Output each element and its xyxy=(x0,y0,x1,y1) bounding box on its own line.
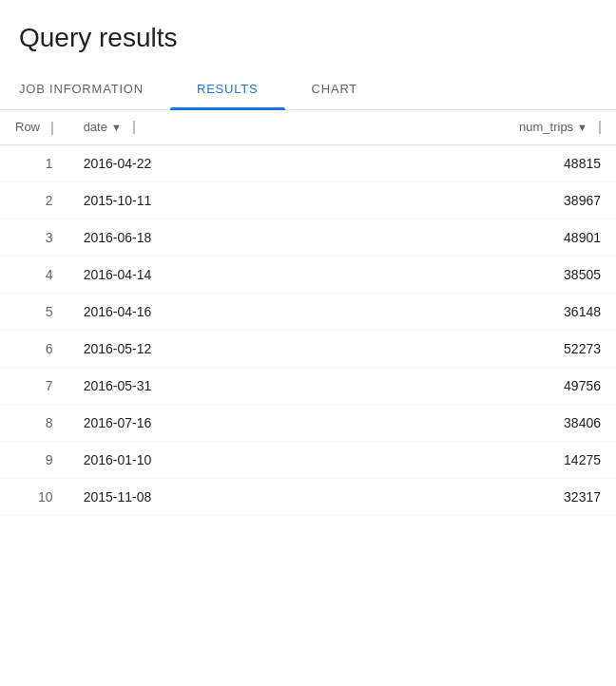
cell-num-trips: 14275 xyxy=(342,441,616,478)
cell-num-trips: 48901 xyxy=(342,219,616,256)
table-row: 102015-11-0832317 xyxy=(0,478,616,515)
table-row: 82016-07-1638406 xyxy=(0,404,616,441)
tabs-bar: JOB INFORMATION RESULTS CHART xyxy=(0,68,616,110)
cell-row-number: 8 xyxy=(0,404,68,441)
cell-row-number: 3 xyxy=(0,219,68,256)
cell-row-number: 9 xyxy=(0,441,68,478)
col-header-num-trips[interactable]: num_trips ▼ xyxy=(342,110,616,144)
table-row: 12016-04-2248815 xyxy=(0,144,616,181)
cell-num-trips: 38406 xyxy=(342,404,616,441)
tab-chart[interactable]: CHART xyxy=(285,68,385,109)
cell-num-trips: 48815 xyxy=(342,144,616,181)
table-row: 72016-05-3149756 xyxy=(0,367,616,404)
cell-row-number: 10 xyxy=(0,478,68,515)
cell-date: 2016-04-14 xyxy=(68,256,342,293)
table-row: 62016-05-1252273 xyxy=(0,330,616,367)
cell-date: 2016-06-18 xyxy=(68,219,342,256)
col-header-row: Row xyxy=(0,110,68,144)
results-table: Row date ▼ num_trips ▼ xyxy=(0,110,616,516)
table-header-row: Row date ▼ num_trips ▼ xyxy=(0,110,616,144)
cell-num-trips: 38967 xyxy=(342,181,616,219)
page-title: Query results xyxy=(0,0,616,68)
table-row: 32016-06-1848901 xyxy=(0,219,616,256)
cell-num-trips: 36148 xyxy=(342,293,616,330)
resize-handle-row[interactable] xyxy=(51,122,53,135)
cell-date: 2016-07-16 xyxy=(68,404,342,441)
table-body: 12016-04-224881522015-10-113896732016-06… xyxy=(0,144,616,515)
cell-row-number: 7 xyxy=(0,367,68,404)
col-header-date[interactable]: date ▼ xyxy=(68,110,342,144)
cell-date: 2016-05-31 xyxy=(68,367,342,404)
tab-results[interactable]: RESULTS xyxy=(170,68,285,109)
cell-num-trips: 38505 xyxy=(342,256,616,293)
results-table-wrapper: Row date ▼ num_trips ▼ xyxy=(0,110,616,516)
sort-icon-date: ▼ xyxy=(111,122,122,133)
cell-num-trips: 32317 xyxy=(342,478,616,515)
cell-date: 2016-04-22 xyxy=(68,144,342,181)
cell-date: 2016-05-12 xyxy=(68,330,342,367)
table-row: 52016-04-1636148 xyxy=(0,293,616,330)
resize-handle-num-trips[interactable] xyxy=(599,121,601,134)
cell-num-trips: 52273 xyxy=(342,330,616,367)
cell-row-number: 1 xyxy=(0,144,68,181)
sort-icon-num-trips: ▼ xyxy=(577,122,587,133)
table-row: 92016-01-1014275 xyxy=(0,441,616,478)
cell-row-number: 6 xyxy=(0,330,68,367)
cell-row-number: 2 xyxy=(0,181,68,219)
table-row: 22015-10-1138967 xyxy=(0,181,616,219)
cell-date: 2015-11-08 xyxy=(68,478,342,515)
resize-handle-date[interactable] xyxy=(133,121,135,134)
tab-job-information[interactable]: JOB INFORMATION xyxy=(0,68,170,109)
cell-num-trips: 49756 xyxy=(342,367,616,404)
cell-date: 2015-10-11 xyxy=(68,181,342,219)
cell-date: 2016-01-10 xyxy=(68,441,342,478)
table-row: 42016-04-1438505 xyxy=(0,256,616,293)
cell-row-number: 5 xyxy=(0,293,68,330)
cell-date: 2016-04-16 xyxy=(68,293,342,330)
cell-row-number: 4 xyxy=(0,256,68,293)
